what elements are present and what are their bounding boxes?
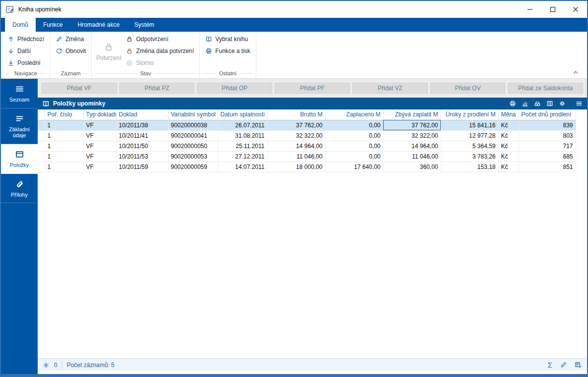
cell[interactable]: 32 322,00 (267, 130, 325, 141)
select-book-button[interactable]: Vybrat knihu (202, 33, 253, 45)
cell[interactable]: 14 964,00 (383, 141, 441, 151)
cell[interactable]: 26.07.2011 (218, 120, 267, 130)
table-row[interactable]: 1 VF 10/2011/53 90020000053 27.12.2011 1… (38, 151, 576, 162)
cell[interactable]: 90020000041 (168, 130, 218, 141)
cell[interactable]: Kč (498, 120, 519, 130)
confirm-button[interactable]: Potvrzení (94, 33, 123, 70)
add-pz-button[interactable]: Přidat PZ (119, 83, 195, 94)
cell[interactable]: 153,18 (441, 162, 498, 172)
columns-icon[interactable] (546, 100, 553, 107)
minimize-button[interactable] (519, 1, 541, 18)
column-header-zbyva-zaplatit[interactable]: Zbývá zaplatit M (383, 109, 441, 120)
add-vf-button[interactable]: Přidat VF (42, 83, 117, 94)
edit-pencil-icon[interactable] (560, 361, 567, 369)
cell[interactable]: 839 (519, 120, 576, 130)
cell[interactable]: 717 (519, 141, 576, 151)
tab-hromadne-akce[interactable]: Hromadné akce (70, 18, 127, 32)
cell[interactable]: VF (83, 151, 116, 162)
row-indicator[interactable] (38, 141, 45, 151)
cell[interactable]: 0,00 (325, 120, 383, 130)
cell[interactable]: 14 964,00 (267, 141, 325, 151)
sidebar-item-zakladni-udaje[interactable]: Základní údaje (1, 108, 38, 144)
row-indicator[interactable] (38, 162, 45, 172)
column-header-por-cislo[interactable]: Poř. číslo (45, 109, 83, 120)
maximize-button[interactable] (541, 1, 564, 18)
cell[interactable]: 10/2011/50 (116, 141, 168, 151)
cell[interactable]: 18 000,00 (267, 162, 325, 172)
tab-funkce[interactable]: Funkce (36, 18, 70, 32)
cell[interactable]: 10/2011/53 (116, 151, 168, 162)
cell[interactable]: 851 (519, 162, 576, 172)
cell[interactable]: 32 322,00 (383, 130, 441, 141)
cell[interactable]: 10/2011/59 (116, 162, 168, 172)
collapse-ribbon-button[interactable] (572, 69, 579, 76)
cell[interactable]: 0,00 (325, 151, 383, 162)
cell[interactable]: 1 (45, 130, 83, 141)
cell[interactable]: 90020000050 (168, 141, 218, 151)
cell[interactable]: 3 783,26 (441, 151, 498, 162)
add-saldokonto-button[interactable]: Přidat ze Saldokonta (508, 83, 583, 94)
cell[interactable]: 10/2011/38 (116, 120, 168, 130)
add-vz-button[interactable]: Přidat VZ (353, 83, 428, 94)
cell[interactable]: Kč (498, 130, 519, 141)
cell[interactable]: 5 364,59 (441, 141, 498, 151)
column-header-typ-dokladu[interactable]: Typ dokladu (83, 109, 116, 120)
row-indicator[interactable] (38, 151, 45, 162)
cell[interactable]: 37 762,00 (267, 120, 325, 130)
cell[interactable]: 90020000053 (168, 151, 218, 162)
row-indicator[interactable] (38, 130, 45, 141)
change-confirm-date-button[interactable]: Změna data potvrzení (123, 45, 197, 57)
search-binoculars-icon[interactable] (534, 100, 541, 107)
cell[interactable]: 31.08.2011 (218, 130, 267, 141)
cell[interactable]: 90020000059 (168, 162, 218, 172)
next-button[interactable]: Další (4, 45, 47, 57)
cell[interactable]: 25.11.2011 (218, 141, 267, 151)
cell[interactable]: 1 (45, 141, 83, 151)
cell[interactable]: Kč (498, 141, 519, 151)
add-pf-button[interactable]: Přidat PF (275, 83, 350, 94)
cell[interactable]: VF (83, 130, 116, 141)
previous-button[interactable]: Předchozí (4, 33, 47, 45)
refresh-button[interactable]: Obnovit (53, 45, 89, 57)
settings-gear-icon[interactable] (559, 100, 566, 107)
last-button[interactable]: Poslední (4, 57, 47, 69)
table-row[interactable]: 1 VF 10/2011/50 90020000050 25.11.2011 1… (38, 141, 576, 151)
sidebar-item-polozky[interactable]: Položky (1, 144, 38, 174)
cell[interactable]: 12 977,28 (441, 130, 498, 141)
cell[interactable]: 685 (519, 151, 576, 162)
add-ov-button[interactable]: Přidat OV (430, 83, 506, 94)
cell[interactable]: 27.12.2011 (218, 151, 267, 162)
column-header-doklad[interactable]: Doklad (116, 109, 168, 120)
sidebar-item-prilohy[interactable]: Přílohy (1, 174, 38, 204)
row-indicator[interactable] (38, 120, 45, 130)
tab-system[interactable]: Systém (127, 18, 162, 32)
cell[interactable]: VF (83, 120, 116, 130)
cell[interactable]: 0,00 (325, 130, 383, 141)
cell[interactable]: 1 (45, 151, 83, 162)
column-header-zaplaceno[interactable]: Zaplaceno M (325, 109, 383, 120)
cell[interactable]: 14.07.2011 (218, 162, 267, 172)
cell[interactable]: VF (83, 141, 116, 151)
cell[interactable]: 1 (45, 162, 83, 172)
cell[interactable]: 360,00 (383, 162, 441, 172)
table-row[interactable]: 1 VF 10/2011/38 90020000038 26.07.2011 3… (38, 120, 576, 130)
cell[interactable]: 0,00 (325, 141, 383, 151)
column-header-pocet-dnu[interactable]: Počet dnů prodlení (519, 109, 576, 120)
print-icon[interactable] (509, 100, 516, 107)
cell[interactable]: 1 (45, 120, 83, 130)
functions-print-button[interactable]: Funkce a tisk (202, 45, 253, 57)
table-row[interactable]: 1 VF 10/2011/41 90020000041 31.08.2011 3… (38, 130, 576, 141)
column-header-mena[interactable]: Měna (498, 109, 519, 120)
cell[interactable]: 803 (519, 130, 576, 141)
tab-domu[interactable]: Domů (5, 18, 36, 32)
focused-cell[interactable]: 37 762,00 (383, 120, 441, 130)
cell[interactable]: Kč (498, 162, 519, 172)
chart-icon[interactable] (522, 100, 529, 107)
sum-icon[interactable]: Σ (548, 361, 552, 369)
table-row[interactable]: 1 VF 10/2011/59 90020000059 14.07.2011 1… (38, 162, 576, 172)
cell[interactable]: 11 046,00 (267, 151, 325, 162)
table-edit-icon[interactable] (575, 361, 582, 369)
edit-button[interactable]: Změna (53, 33, 89, 45)
cell[interactable]: VF (83, 162, 116, 172)
cell[interactable]: Kč (498, 151, 519, 162)
